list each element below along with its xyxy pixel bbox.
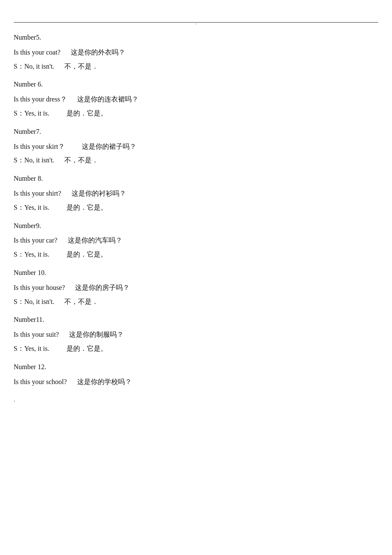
number11-question-chinese: 这是你的制服吗？ xyxy=(69,331,124,338)
number8-answer-chinese: 是的．它是。 xyxy=(66,204,107,211)
number5-question-chinese: 这是你的外衣吗？ xyxy=(71,49,125,56)
number11-question: Is this your suit? 这是你的制服吗？ xyxy=(14,329,378,341)
number7-question: Is this your skirt？ 这是你的裙子吗？ xyxy=(14,141,378,153)
bottom-dot: . xyxy=(14,396,378,403)
content-area: Number5. Is this your coat? 这是你的外衣吗？ S：N… xyxy=(14,32,378,403)
number10-question-english: Is this your house? xyxy=(14,284,65,291)
number8-question-english: Is this your shirt? xyxy=(14,190,61,197)
number9-question: Is this your car? 这是你的汽车吗？ xyxy=(14,234,378,247)
number7-answer-english: S：No, it isn't. xyxy=(14,156,54,164)
number7-answer-chinese: 不，不是． xyxy=(64,156,98,164)
number5-answer-english: S：No, it isn't. xyxy=(14,63,54,70)
number6-question-chinese: 这是你的连衣裙吗？ xyxy=(77,95,138,103)
block-number8: Number 8. Is this your shirt? 这是你的衬衫吗？ S… xyxy=(14,173,378,214)
number9-question-english: Is this your car? xyxy=(14,237,58,244)
number10-answer-english: S：No, it isn't. xyxy=(14,298,54,305)
number7-answer: S：No, it isn't. 不，不是． xyxy=(14,154,378,167)
top-dot: . xyxy=(196,20,197,26)
number6-answer-english: S：Yes, it is. xyxy=(14,110,49,117)
block-number5: Number5. Is this your coat? 这是你的外衣吗？ S：N… xyxy=(14,32,378,72)
number11-label: Number11. xyxy=(14,314,378,326)
block-number10: Number 10. Is this your house? 这是你的房子吗？ … xyxy=(14,267,378,308)
number8-answer-english: S：Yes, it is. xyxy=(14,204,49,211)
number9-label: Number9. xyxy=(14,220,378,232)
page-container: . Number5. Is this your coat? 这是你的外衣吗？ S… xyxy=(0,0,392,555)
number11-question-english: Is this your suit? xyxy=(14,331,59,338)
number9-answer: S：Yes, it is. 是的．它是。 xyxy=(14,249,378,261)
number12-question: Is this your school? 这是你的学校吗？ xyxy=(14,376,378,388)
number5-question: Is this your coat? 这是你的外衣吗？ xyxy=(14,46,378,59)
block-number6: Number 6. Is this your dress？ 这是你的连衣裙吗？ … xyxy=(14,78,378,119)
number6-answer-chinese: 是的．它是。 xyxy=(66,110,107,117)
number11-answer-chinese: 是的．它是。 xyxy=(66,345,107,352)
number7-question-english: Is this your skirt？ xyxy=(14,143,65,150)
number8-answer: S：Yes, it is. 是的．它是。 xyxy=(14,202,378,214)
number11-answer-english: S：Yes, it is. xyxy=(14,345,49,352)
number6-answer: S：Yes, it is. 是的．它是。 xyxy=(14,107,378,120)
number10-answer: S：No, it isn't. 不，不是． xyxy=(14,296,378,308)
block-number12: Number 12. Is this your school? 这是你的学校吗？ xyxy=(14,361,378,388)
number5-question-english: Is this your coat? xyxy=(14,49,61,56)
block-number9: Number9. Is this your car? 这是你的汽车吗？ S：Ye… xyxy=(14,220,378,261)
number12-question-chinese: 这是你的学校吗？ xyxy=(77,378,132,385)
number12-label: Number 12. xyxy=(14,361,378,373)
number6-question: Is this your dress？ 这是你的连衣裙吗？ xyxy=(14,93,378,106)
number6-label: Number 6. xyxy=(14,78,378,91)
number7-label: Number7. xyxy=(14,126,378,138)
number11-answer: S：Yes, it is. 是的．它是。 xyxy=(14,343,378,355)
number10-question: Is this your house? 这是你的房子吗？ xyxy=(14,282,378,294)
number5-label: Number5. xyxy=(14,32,378,44)
number10-answer-chinese: 不，不是． xyxy=(64,298,98,305)
number9-question-chinese: 这是你的汽车吗？ xyxy=(68,237,122,244)
number5-answer: S：No, it isn't. 不，不是． xyxy=(14,61,378,73)
number8-label: Number 8. xyxy=(14,173,378,185)
number7-question-chinese: 这是你的裙子吗？ xyxy=(82,143,136,150)
number6-question-english: Is this your dress？ xyxy=(14,95,67,103)
number10-label: Number 10. xyxy=(14,267,378,279)
number10-question-chinese: 这是你的房子吗？ xyxy=(75,284,130,291)
number5-answer-chinese: 不，不是． xyxy=(64,63,98,70)
block-number7: Number7. Is this your skirt？ 这是你的裙子吗？ S：… xyxy=(14,126,378,167)
number8-question: Is this your shirt? 这是你的衬衫吗？ xyxy=(14,188,378,200)
number12-question-english: Is this your school? xyxy=(14,378,67,385)
number8-question-chinese: 这是你的衬衫吗？ xyxy=(72,190,126,197)
block-number11: Number11. Is this your suit? 这是你的制服吗？ S：… xyxy=(14,314,378,355)
number9-answer-english: S：Yes, it is. xyxy=(14,251,49,258)
number9-answer-chinese: 是的．它是。 xyxy=(66,251,107,258)
